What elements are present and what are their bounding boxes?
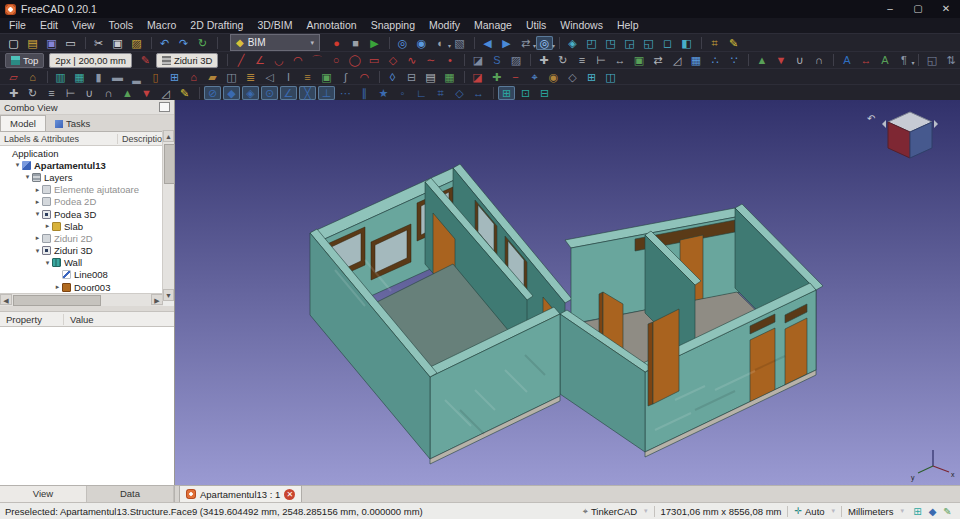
- bim-drawing-button[interactable]: ▤: [422, 70, 439, 84]
- arch-space-button[interactable]: ◊: [384, 70, 401, 84]
- expander-open-icon[interactable]: ▾: [13, 161, 22, 169]
- arch-beam-button[interactable]: ▬: [109, 70, 126, 84]
- menu-item-macro[interactable]: Macro: [140, 18, 183, 33]
- expander-open-icon[interactable]: ▾: [23, 173, 32, 181]
- bim-ifc-button[interactable]: ◇: [564, 70, 581, 84]
- arch-truss-button[interactable]: ◁: [261, 70, 278, 84]
- shape-2d-view-button[interactable]: ◱: [923, 53, 940, 67]
- scroll-down-icon[interactable]: ▼: [163, 289, 174, 301]
- status-snap-icon[interactable]: ◆: [925, 505, 940, 518]
- snap-working-plane-button[interactable]: ◇: [451, 86, 468, 100]
- arch-section-plane-button[interactable]: ⊟: [403, 70, 420, 84]
- expander-closed-icon[interactable]: ▸: [33, 198, 42, 206]
- document-tab[interactable]: Apartamentul13 : 1 ✕: [179, 485, 302, 502]
- draft-move-button[interactable]: ✚: [535, 53, 552, 67]
- maximize-button[interactable]: ▢: [904, 0, 932, 18]
- orbit-arrow-icon[interactable]: ↶: [867, 113, 875, 124]
- nav-back-button[interactable]: ◀: [479, 36, 496, 50]
- snap-extension-button[interactable]: ⋯: [337, 86, 354, 100]
- arch-frame-button[interactable]: ◫: [223, 70, 240, 84]
- toggle-grid-button[interactable]: ⊞: [498, 86, 515, 100]
- menu-item-modify[interactable]: Modify: [422, 18, 467, 33]
- tree-horizontal-scrollbar[interactable]: ◀ ▶: [0, 293, 163, 306]
- view-right-button[interactable]: ◲: [621, 36, 638, 50]
- status-grid-icon[interactable]: ⊞: [910, 505, 925, 518]
- tree-item-line008[interactable]: Line008: [0, 269, 162, 281]
- modify-split-button[interactable]: ∩: [100, 86, 117, 100]
- menu-item-snapping[interactable]: Snapping: [364, 18, 422, 33]
- view-left-button[interactable]: ◧: [678, 36, 695, 50]
- fit-selection-button[interactable]: ◉: [413, 36, 430, 50]
- tree-item-ziduri-2d[interactable]: ▸Ziduri 2D: [0, 232, 162, 244]
- draft-polyline-button[interactable]: ∠: [251, 53, 268, 67]
- menu-item-annotation[interactable]: Annotation: [299, 18, 363, 33]
- draft-ellipse-button[interactable]: ◯: [346, 53, 363, 67]
- tree-item-apartamentul13[interactable]: ▾Apartamentul13: [0, 159, 162, 171]
- snap-special-button[interactable]: ★: [375, 86, 392, 100]
- 3d-viewport-canvas[interactable]: ↶ x y: [175, 100, 960, 485]
- arch-profile-button[interactable]: I: [280, 70, 297, 84]
- tree-item-podea-2d[interactable]: ▸Podea 2D: [0, 196, 162, 208]
- fit-all-button[interactable]: ◎: [394, 36, 411, 50]
- arch-slab-button[interactable]: ▂: [128, 70, 145, 84]
- line-width-display[interactable]: 2px | 200,00 mm: [49, 53, 132, 68]
- door-panel[interactable]: [750, 328, 775, 402]
- draft-join-button[interactable]: ∪: [791, 53, 808, 67]
- tab-model[interactable]: Model: [0, 115, 46, 131]
- bim-views-button[interactable]: ⊞: [583, 70, 600, 84]
- snap-dimensions-button[interactable]: ↔: [470, 86, 487, 100]
- draft-array-button[interactable]: ▦: [687, 53, 704, 67]
- tab-data[interactable]: Data: [87, 486, 174, 502]
- column-property[interactable]: Property: [0, 314, 64, 325]
- snap-ortho-button[interactable]: ∟: [413, 86, 430, 100]
- layer-selector[interactable]: Ziduri 3D: [156, 53, 219, 68]
- tree-item-ziduri-3d[interactable]: ▾Ziduri 3D: [0, 245, 162, 257]
- draft-split-button[interactable]: ∩: [810, 53, 827, 67]
- column-value[interactable]: Value: [64, 314, 94, 325]
- workbench-selector[interactable]: ◆ BIM ▾: [230, 34, 320, 51]
- draft-point-array-button[interactable]: ∵: [725, 53, 742, 67]
- bim-material-button[interactable]: ◉: [545, 70, 562, 84]
- property-editor-empty[interactable]: [0, 327, 174, 485]
- cut-button[interactable]: ✂: [90, 36, 107, 50]
- modify-downgrade-button[interactable]: ▼: [138, 86, 155, 100]
- expander-open-icon[interactable]: ▾: [43, 259, 52, 267]
- snap-angle-button[interactable]: ∠: [280, 86, 297, 100]
- zoom-tools-button[interactable]: ◎▾: [536, 36, 553, 50]
- snap-intersection-button[interactable]: ╳: [299, 86, 316, 100]
- arch-column-button[interactable]: ▮: [90, 70, 107, 84]
- expander-open-icon[interactable]: ▾: [33, 210, 42, 218]
- menu-item-tools[interactable]: Tools: [102, 18, 141, 33]
- macro-stop-button[interactable]: ■: [347, 36, 364, 50]
- redo-button[interactable]: ↷: [175, 36, 192, 50]
- bim-schedule-button[interactable]: ▦: [441, 70, 458, 84]
- draft-bezier-button[interactable]: ∼: [422, 53, 439, 67]
- arch-pipe-button[interactable]: ∫: [337, 70, 354, 84]
- snap-parallel-button[interactable]: ∥: [356, 86, 373, 100]
- draft-clone-button[interactable]: ▣: [630, 53, 647, 67]
- annotation-styles-button[interactable]: ¶▾: [895, 53, 912, 67]
- arch-fence-button[interactable]: ≣: [242, 70, 259, 84]
- arch-door-button[interactable]: ▯: [147, 70, 164, 84]
- menu-item-2d-drafting[interactable]: 2D Drafting: [183, 18, 250, 33]
- arch-cut-plane-button[interactable]: ◪: [469, 70, 486, 84]
- draft-circle-button[interactable]: ○: [327, 53, 344, 67]
- working-plane-front-button[interactable]: ⊟: [536, 86, 553, 100]
- modify-edit-button[interactable]: ✎: [176, 86, 193, 100]
- arch-wall-button[interactable]: ▥: [52, 70, 69, 84]
- annotation-label-button[interactable]: A: [876, 53, 893, 67]
- paste-button[interactable]: ▨: [128, 36, 145, 50]
- modify-trimex-button[interactable]: ⊢: [62, 86, 79, 100]
- draft-shapestring-button[interactable]: S: [488, 53, 505, 67]
- close-button[interactable]: ✕: [932, 0, 960, 18]
- undo-button[interactable]: ↶: [156, 36, 173, 50]
- print-button[interactable]: ▭: [62, 36, 79, 50]
- arch-add-button[interactable]: ✚: [488, 70, 505, 84]
- door-panel[interactable]: [785, 318, 807, 385]
- draft-autogroup-pencil-icon[interactable]: ✎: [137, 53, 154, 67]
- menu-item-manage[interactable]: Manage: [467, 18, 519, 33]
- tree-item-layers[interactable]: ▾Layers: [0, 171, 162, 183]
- draft-line-button[interactable]: ╱: [232, 53, 249, 67]
- scrollbar-thumb[interactable]: [13, 295, 101, 306]
- edit-mode-button[interactable]: ✎: [725, 36, 742, 50]
